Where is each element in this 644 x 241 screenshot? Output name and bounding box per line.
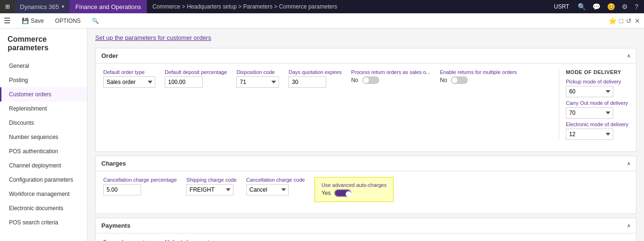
face-icon[interactable]: 😊 [605, 2, 617, 11]
terms-payment-label: Terms of payment [103, 239, 155, 241]
default-order-type-field: Default order type Sales order [103, 69, 155, 88]
sidebar-item-pos-authentication[interactable]: POS authentication [0, 144, 87, 158]
page-title: Commerce parameters [8, 35, 80, 52]
cancellation-code-select[interactable]: Cancel [246, 184, 289, 195]
cancellation-code-label: Cancellation charge code [246, 177, 305, 183]
pickup-delivery-field: Pickup mode of delivery 60 [566, 79, 628, 97]
charges-section-header[interactable]: Charges ∧ [96, 156, 636, 171]
order-form-row: Default order type Sales order Default d… [103, 69, 628, 140]
user-label: USRT [551, 3, 572, 10]
mode-delivery-title: MODE OF DELIVERY [566, 69, 628, 75]
pin-icon[interactable]: ⭐ [608, 17, 617, 25]
method-payment-label: Method of payment [165, 239, 209, 241]
sidebar-item-number-sequences[interactable]: Number sequences [0, 130, 87, 144]
window-icon[interactable]: □ [619, 17, 623, 25]
default-order-type-wrapper: Sales order [103, 76, 155, 88]
help-icon[interactable]: ? [633, 2, 640, 11]
enable-returns-toggle-container: No [440, 76, 517, 84]
default-deposit-label: Default deposit percentage [165, 69, 227, 75]
sidebar-item-customer-orders[interactable]: Customer orders [0, 87, 87, 102]
advanced-charges-field: Use advanced auto-charges Yes [322, 182, 387, 197]
default-deposit-input[interactable] [165, 76, 203, 88]
sidebar-item-posting[interactable]: Posting [0, 73, 87, 87]
sidebar-item-pos-search-criteria[interactable]: POS search criteria [0, 215, 87, 230]
shipping-code-wrapper: FREIGHT [186, 184, 236, 195]
enable-returns-field: Enable returns for multiple orders No [440, 69, 517, 84]
shipping-code-label: Shipping charge code [186, 177, 236, 183]
comment-icon[interactable]: 💬 [590, 2, 602, 11]
advanced-charges-toggle-container: Yes [322, 189, 387, 197]
toolbar-search-icon: 🔍 [92, 18, 99, 24]
save-button[interactable]: 💾 Save [19, 17, 46, 25]
order-section-header[interactable]: Order ∧ [96, 48, 636, 64]
mode-of-delivery: MODE OF DELIVERY Pickup mode of delivery… [559, 69, 628, 140]
cancellation-pct-label: Cancellation charge percentage [103, 177, 177, 183]
electronic-select[interactable]: 12 [566, 129, 613, 140]
payments-chevron: ∧ [627, 223, 630, 228]
cancellation-pct-input[interactable] [103, 184, 141, 195]
charges-section: Charges ∧ Cancellation charge percentage… [95, 156, 636, 214]
days-quotation-field: Days quotation expires [288, 69, 341, 88]
terms-payment-field: Terms of payment CreditCard [103, 239, 155, 241]
payments-section-content: Terms of payment CreditCard Method of pa… [96, 233, 636, 241]
brand-fo: Finance and Operations [70, 0, 147, 13]
content-header: Set up the parameters for customer order… [95, 34, 636, 41]
enable-returns-toggle[interactable] [451, 76, 468, 84]
carryout-wrapper: 70 [566, 107, 628, 119]
apps-button[interactable]: ⊞ [0, 0, 15, 13]
disposition-code-label: Disposition code [236, 69, 279, 75]
close-icon[interactable]: ✕ [635, 17, 640, 25]
sidebar-item-electronic-documents[interactable]: Electronic documents [0, 201, 87, 215]
refresh-icon[interactable]: ↺ [626, 17, 632, 25]
process-return-toggle-container: No [351, 76, 430, 84]
electronic-delivery-field: Electronic mode of delivery 12 [566, 121, 628, 140]
pickup-select[interactable]: 60 [566, 86, 613, 97]
sidebar-item-workforce-management[interactable]: Workforce management [0, 187, 87, 201]
default-order-type-label: Default order type [103, 69, 155, 75]
days-quotation-input[interactable] [288, 76, 326, 88]
top-nav: ⊞ Dynamics 365 ▼ Finance and Operations … [0, 0, 644, 13]
sidebar-item-discounts[interactable]: Discounts [0, 116, 87, 130]
sidebar-item-replenishment[interactable]: Replenishment [0, 102, 87, 116]
sidebar-item-general[interactable]: General [0, 59, 87, 73]
electronic-wrapper: 12 [566, 129, 628, 140]
process-return-toggle[interactable] [362, 76, 379, 84]
advanced-charges-label: Use advanced auto-charges [322, 182, 387, 188]
default-order-type-select[interactable]: Sales order [103, 76, 155, 88]
carryout-select[interactable]: 70 [566, 107, 613, 119]
search-button[interactable]: 🔍 [89, 17, 102, 25]
disposition-code-select[interactable]: 71 [236, 76, 279, 88]
settings-icon[interactable]: ⚙ [620, 2, 630, 11]
page-title-area: Commerce parameters [0, 28, 87, 57]
advanced-charges-box: Use advanced auto-charges Yes [314, 177, 394, 202]
brand-d365[interactable]: Dynamics 365 ▼ [15, 0, 70, 13]
shipping-code-field: Shipping charge code FREIGHT [186, 177, 236, 195]
brand-d365-arrow: ▼ [61, 4, 65, 9]
payments-section-header[interactable]: Payments ∧ [96, 218, 636, 233]
cancellation-code-field: Cancellation charge code Cancel [246, 177, 305, 195]
toolbar: ☰ 💾 Save OPTIONS 🔍 ⭐ □ ↺ ✕ [0, 13, 644, 28]
process-return-value: No [351, 77, 358, 83]
default-deposit-field: Default deposit percentage [165, 69, 227, 88]
sidebar-item-configuration-parameters[interactable]: Configuration parameters [0, 173, 87, 187]
charges-chevron: ∧ [627, 161, 630, 166]
pickup-label: Pickup mode of delivery [566, 79, 628, 84]
advanced-charges-yes: Yes [322, 190, 331, 196]
sidebar-item-channel-deployment[interactable]: Channel deployment [0, 158, 87, 173]
main-container: Commerce parameters GeneralPostingCustom… [0, 28, 644, 241]
breadcrumb: Commerce > Headquarters setup > Paramete… [147, 3, 551, 10]
top-icons: 🔍 💬 😊 ⚙ ? [572, 2, 644, 11]
cancellation-code-wrapper: Cancel [246, 184, 305, 195]
order-section-content: Default order type Sales order Default d… [96, 64, 636, 151]
process-return-field: Process return orders as sales o... No [351, 69, 430, 84]
advanced-charges-toggle[interactable] [334, 189, 351, 197]
menu-icon[interactable]: ☰ [4, 16, 10, 25]
electronic-label: Electronic mode of delivery [566, 121, 628, 127]
pickup-wrapper: 60 [566, 86, 628, 97]
shipping-code-select[interactable]: FREIGHT [186, 184, 233, 195]
search-icon[interactable]: 🔍 [576, 2, 588, 11]
sidebar: Commerce parameters GeneralPostingCustom… [0, 28, 88, 241]
order-section: Order ∧ Default order type Sales order [95, 48, 636, 152]
carryout-label: Carry Out mode of delivery [566, 100, 628, 106]
options-button[interactable]: OPTIONS [52, 17, 83, 25]
